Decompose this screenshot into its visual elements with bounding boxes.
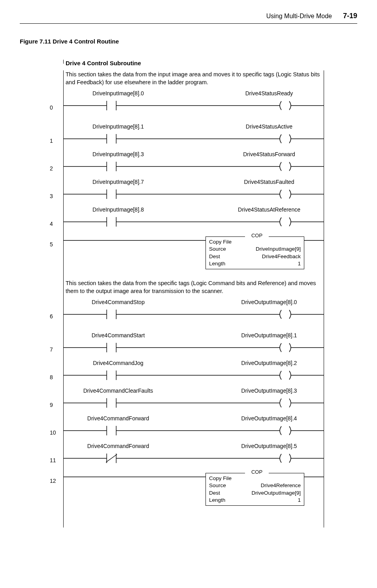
coil-label: DriveOutputImage[8].1 <box>220 332 319 338</box>
rung: 3 DriveInputImage[8].7 Drive4StatusFault… <box>63 179 324 202</box>
section-description-2: This section takes the data from the spe… <box>63 279 324 299</box>
rung-number: 7 <box>50 346 53 353</box>
contact-label: DriveInputImage[8].3 <box>69 151 168 157</box>
cop-val: 1 <box>298 497 301 504</box>
rung-graphic-icon <box>63 422 324 438</box>
rung-number: 1 <box>50 138 53 144</box>
cop-line: Copy File <box>209 238 301 246</box>
header-title: Using Multi-Drive Mode <box>266 13 332 20</box>
coil-label: DriveOutputImage[8].3 <box>220 388 319 394</box>
contact-label: DriveInputImage[8].0 <box>69 90 168 96</box>
rung-graphic-icon <box>63 450 324 466</box>
rung: 1 DriveInputImage[8].1 Drive4StatusActiv… <box>63 123 324 146</box>
contact-label: Drive4CommandStart <box>69 332 168 338</box>
rung-number: 5 <box>50 241 53 248</box>
contact-label: Drive4CommandForward <box>69 443 168 449</box>
page-number: 7-19 <box>343 12 357 20</box>
contact-label: DriveInputImage[8].8 <box>69 206 168 213</box>
cop-instruction-box: Copy File SourceDriveInputImage[9] DestD… <box>205 236 304 269</box>
page-header: Using Multi-Drive Mode 7-19 <box>20 12 357 24</box>
cop-line: Copy File <box>209 475 301 482</box>
rung: 0 DriveInputImage[8].0 Drive4StatusReady <box>63 90 324 119</box>
rung-graphic-icon <box>63 367 324 383</box>
rung-cop-2: 12 COP Copy File SourceDrive4Reference D… <box>63 471 324 512</box>
subroutine-title: Drive 4 Control Subroutine <box>63 60 324 70</box>
rung-graphic-icon <box>63 306 324 322</box>
rung: 9 Drive4CommandClearFaults DriveOutputIm… <box>63 388 324 410</box>
coil-label: DriveOutputImage[8].4 <box>220 415 319 422</box>
rung: 11 Drive4CommandForward DriveOutputImage… <box>63 443 324 466</box>
cop-key: Source <box>209 482 226 489</box>
rung-cop-1: 5 COP Copy File SourceDriveInputImage[9]… <box>63 234 324 274</box>
coil-label: DriveOutputImage[8].5 <box>220 443 319 449</box>
rung-number: 0 <box>50 104 53 111</box>
rung-number: 3 <box>50 193 53 199</box>
rung: 6 Drive4CommandStop DriveOutputImage[8].… <box>63 299 324 327</box>
cop-key: Source <box>209 246 226 253</box>
coil-label: DriveOutputImage[8].2 <box>220 360 319 366</box>
contact-label: DriveInputImage[8].1 <box>69 123 168 130</box>
coil-label: Drive4StatusAtReference <box>220 206 319 213</box>
rung-graphic-icon <box>63 214 324 229</box>
cop-val: 1 <box>298 260 301 267</box>
contact-label: Drive4CommandStop <box>69 299 168 305</box>
rung-number: 11 <box>50 457 56 463</box>
coil-label: Drive4StatusReady <box>220 90 319 96</box>
cop-val: DriveOutputImage[9] <box>251 490 301 497</box>
rung-number: 12 <box>50 478 56 484</box>
rung: 7 Drive4CommandStart DriveOutputImage[8]… <box>63 332 324 355</box>
rung-graphic-icon <box>63 395 324 410</box>
rung-graphic-icon <box>63 158 324 174</box>
cop-key: Dest <box>209 253 220 260</box>
rung-graphic-icon <box>63 130 324 146</box>
cop-key: Length <box>209 497 225 504</box>
rung-graphic-icon <box>63 339 324 355</box>
rung: 4 DriveInputImage[8].8 Drive4StatusAtRef… <box>63 206 324 229</box>
ladder-routine: Drive 4 Control Subroutine This section … <box>63 60 324 527</box>
cop-label: COP <box>245 469 269 475</box>
rung-number: 4 <box>50 221 53 227</box>
rung-number: 2 <box>50 165 53 172</box>
rung-graphic-icon <box>63 186 324 202</box>
cop-val: Drive4Reference <box>261 482 301 489</box>
contact-label: Drive4CommandClearFaults <box>69 388 168 394</box>
rung-graphic-icon <box>63 97 324 113</box>
cop-label: COP <box>245 233 269 238</box>
rung-number: 9 <box>50 402 53 408</box>
contact-label: Drive4CommandJog <box>69 360 168 366</box>
cop-key: Dest <box>209 490 220 497</box>
rung-number: 6 <box>50 313 53 320</box>
coil-label: Drive4StatusActive <box>220 123 319 130</box>
cop-instruction-box: Copy File SourceDrive4Reference DestDriv… <box>205 473 304 506</box>
rung: 2 DriveInputImage[8].3 Drive4StatusForwa… <box>63 151 324 174</box>
cop-val: Drive4Feedback <box>262 253 301 260</box>
coil-label: Drive4StatusFaulted <box>220 179 319 185</box>
contact-label: Drive4CommandForward <box>69 415 168 422</box>
cop-val: DriveInputImage[9] <box>256 246 301 253</box>
rung: 8 Drive4CommandJog DriveOutputImage[8].2 <box>63 360 324 383</box>
cop-key: Length <box>209 260 225 267</box>
section-description-1: This section takes the data from the inp… <box>63 70 324 90</box>
figure-caption: Figure 7.11 Drive 4 Control Routine <box>20 38 357 45</box>
coil-label: DriveOutputImage[8].0 <box>220 299 319 305</box>
rung-number: 10 <box>50 429 56 436</box>
coil-label: Drive4StatusForward <box>220 151 319 157</box>
rung: 10 Drive4CommandForward DriveOutputImage… <box>63 415 324 438</box>
rung-number: 8 <box>50 374 53 380</box>
contact-label: DriveInputImage[8].7 <box>69 179 168 185</box>
svg-line-55 <box>106 454 117 462</box>
